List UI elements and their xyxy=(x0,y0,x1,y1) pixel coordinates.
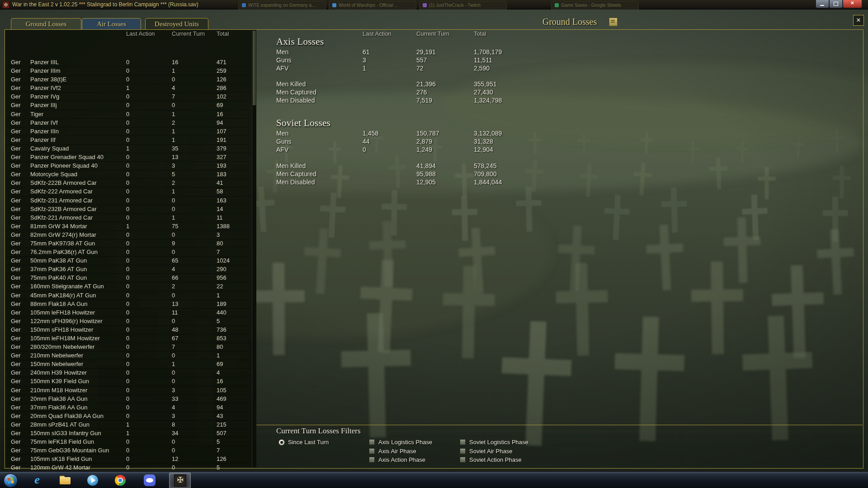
stat-cur: 276 xyxy=(416,88,427,96)
tab-label: Game Saves - Google Sheets xyxy=(561,1,621,9)
stat-cur: 41,894 xyxy=(416,162,436,170)
background-browser-tab[interactable]: (1) JustTheCrack - Twitch xyxy=(419,1,507,9)
stat-total: 27,430 xyxy=(474,88,493,96)
discord-icon[interactable] xyxy=(143,474,156,487)
taskbar-active-app-wite2[interactable]: ✠ xyxy=(169,473,191,488)
start-button[interactable] xyxy=(4,474,18,488)
folder-body xyxy=(60,477,71,484)
tab-favicon xyxy=(423,3,427,7)
stat-last: 1,458 xyxy=(363,129,378,137)
stat-label: Men xyxy=(276,129,288,137)
stat-row: Men Killed41,894578,245 xyxy=(0,162,859,170)
maximize-button[interactable] xyxy=(829,0,843,8)
stat-label: AFV xyxy=(276,64,288,72)
window-close-button[interactable] xyxy=(843,0,862,8)
stat-cur: 1,249 xyxy=(416,145,432,154)
wite2-game-icon: ✠ xyxy=(174,474,186,487)
checkbox-icon[interactable] xyxy=(369,448,375,454)
stat-row: Men Killed21,396355,951 xyxy=(0,80,859,88)
stat-total: 709,800 xyxy=(474,170,497,178)
stat-cur: 2,879 xyxy=(416,137,432,145)
stat-total: 1,708,179 xyxy=(474,48,502,56)
tab-favicon xyxy=(332,3,336,7)
media-player-icon[interactable] xyxy=(86,474,99,487)
axis-losses-title: Axis Losses xyxy=(276,36,324,47)
window-titlebar: ✠ War in the East 2 v 1.02.25 *** Stalin… xyxy=(0,0,868,9)
minimize-button[interactable] xyxy=(816,0,829,8)
tab-favicon xyxy=(242,3,246,7)
stat-cur: 21,396 xyxy=(416,80,436,88)
stat-row: Men Captured27627,430 xyxy=(0,88,859,96)
chrome-core xyxy=(118,479,122,482)
chrome-icon[interactable] xyxy=(114,474,127,487)
stat-row: Men Disabled7,5191,324,798 xyxy=(0,96,859,104)
stat-label: AFV xyxy=(276,145,288,154)
background-browser-tab[interactable]: WITE expanding on Germany a... xyxy=(238,1,326,9)
stat-total: 12,904 xyxy=(474,145,493,154)
stat-total: 1,844,044 xyxy=(474,178,502,186)
stat-total: 11,511 xyxy=(474,56,492,64)
play-icon xyxy=(91,478,95,483)
stat-last: 61 xyxy=(363,48,370,56)
stat-label: Men Killed xyxy=(276,80,306,88)
app-icon: ✠ xyxy=(2,1,9,9)
stat-row: Men Disabled12,9051,844,044 xyxy=(0,178,859,186)
stat-cur: 557 xyxy=(416,56,427,64)
window-title: War in the East 2 v 1.02.25 *** Stalingr… xyxy=(12,0,198,9)
stat-label: Men Disabled xyxy=(276,178,315,186)
stat-row: Men Captured95,988709,800 xyxy=(0,170,859,178)
checkbox-icon[interactable] xyxy=(460,439,466,445)
stats-layer: Last Action Current Turn Total Axis Loss… xyxy=(0,9,868,471)
stat-total: 2,590 xyxy=(474,64,490,72)
stat-total: 1,324,798 xyxy=(474,96,502,104)
stat-row: Guns355711,511 xyxy=(0,56,859,64)
discord-face xyxy=(146,478,153,483)
stat-last: 0 xyxy=(363,145,366,154)
checkbox-label: Soviet Logistics Phase xyxy=(469,438,528,446)
checkbox-icon[interactable] xyxy=(369,439,375,445)
radio-icon[interactable] xyxy=(278,439,285,446)
stat-total: 31,328 xyxy=(474,137,493,145)
stats-header-last-action: Last Action xyxy=(363,30,392,37)
stat-label: Men Captured xyxy=(276,170,316,178)
file-explorer-icon[interactable] xyxy=(59,474,71,487)
tab-label: (1) JustTheCrack - Twitch xyxy=(429,1,481,9)
checkbox-icon[interactable] xyxy=(369,457,375,463)
screen: ✠ War in the East 2 v 1.02.25 *** Stalin… xyxy=(0,0,868,488)
tab-label: WITE expanding on Germany a... xyxy=(248,1,315,9)
tab-favicon xyxy=(555,3,559,7)
stat-label: Men Killed xyxy=(276,162,306,170)
game-area: Ground Losses Air Losses Destroyed Units… xyxy=(0,9,868,471)
checkbox-label: Axis Air Phase xyxy=(378,447,416,455)
checkbox-label: Axis Logistics Phase xyxy=(378,438,432,446)
checkbox-icon[interactable] xyxy=(460,448,466,454)
stat-row: AFV01,24912,904 xyxy=(0,145,859,154)
stat-total: 355,951 xyxy=(474,80,497,88)
checkbox-label: Axis Action Phase xyxy=(378,456,425,464)
background-browser-tab[interactable]: Game Saves - Google Sheets xyxy=(551,1,639,9)
stat-cur: 7,519 xyxy=(416,96,432,104)
checkbox-icon[interactable] xyxy=(460,457,466,463)
windows-flag-icon xyxy=(7,477,14,484)
stat-cur: 95,988 xyxy=(416,170,436,178)
tab-label: World of Warships - Official ... xyxy=(339,1,398,9)
internet-explorer-icon[interactable]: e xyxy=(31,474,43,487)
checkbox-label: Soviet Action Phase xyxy=(469,456,522,464)
stat-label: Men xyxy=(276,48,288,56)
soviet-losses-title: Soviet Losses xyxy=(276,117,330,129)
stat-label: Guns xyxy=(276,137,291,145)
stat-last: 44 xyxy=(363,137,370,145)
stats-header-total: Total xyxy=(474,30,486,37)
stat-cur: 150,787 xyxy=(416,129,439,137)
filters-title: Current Turn Losses Filters xyxy=(276,427,361,436)
stat-cur: 29,191 xyxy=(416,48,436,56)
stat-label: Men Captured xyxy=(276,88,316,96)
stat-cur: 72 xyxy=(416,64,424,72)
stat-row: Men6129,1911,708,179 xyxy=(0,48,859,56)
stat-last: 1 xyxy=(363,64,366,72)
stat-cur: 12,905 xyxy=(416,178,436,186)
stat-total: 578,245 xyxy=(474,162,497,170)
stat-row: Men1,458150,7873,132,089 xyxy=(0,129,859,137)
stats-header-current-turn: Current Turn xyxy=(416,30,449,37)
background-browser-tab[interactable]: World of Warships - Official ... xyxy=(329,1,416,9)
